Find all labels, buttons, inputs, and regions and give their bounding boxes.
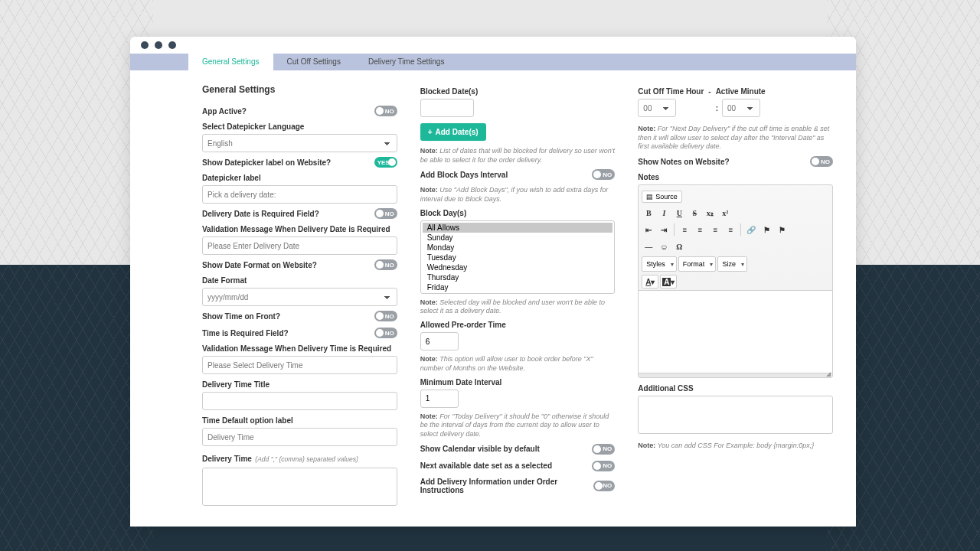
toggle-add-info[interactable]: NO [593, 481, 616, 491]
tab-bar: General Settings Cut Off Settings Delive… [130, 54, 856, 70]
size-dropdown[interactable]: Size [717, 256, 747, 272]
source-icon: ▤ [646, 193, 653, 201]
outdent-icon[interactable]: ⇤ [642, 223, 655, 236]
input-time-default[interactable] [202, 428, 397, 446]
editor-toolbar-4: Styles Format Size [639, 255, 832, 273]
tab-cutoff[interactable]: Cut Off Settings [273, 54, 354, 70]
titlebar [130, 37, 856, 54]
textarea-css[interactable] [638, 396, 833, 434]
note-add-interval: Note: Use "Add Block Days", if you wish … [420, 186, 616, 204]
indent-icon[interactable]: ⇥ [657, 223, 671, 236]
text-color-icon[interactable]: A▾ [642, 275, 658, 289]
list-item[interactable]: Sunday [423, 233, 613, 243]
toggle-show-time[interactable]: NO [374, 311, 397, 321]
input-val-date[interactable] [202, 236, 397, 255]
tab-delivery-time[interactable]: Delivery Time Settings [354, 54, 458, 70]
toggle-show-notes[interactable]: NO [810, 156, 833, 167]
label-cut-hour: Cut Off Time Hour [638, 87, 704, 96]
win-dot[interactable] [141, 41, 149, 49]
input-min-interval[interactable] [420, 390, 459, 408]
align-left-icon[interactable]: ≡ [678, 223, 691, 236]
label-dp-label: Datepicker label [202, 174, 397, 182]
note-blocked-dates: Note: List of dates that will be blocked… [420, 147, 616, 165]
input-dp-label[interactable] [202, 185, 397, 204]
list-item[interactable]: Tuesday [423, 253, 613, 262]
toggle-date-required[interactable]: NO [374, 208, 397, 219]
align-center-icon[interactable]: ≡ [693, 223, 707, 236]
label-time-title: Delivery Time Title [202, 380, 397, 389]
toggle-app-active[interactable]: NO [374, 106, 397, 116]
list-item[interactable]: Wednesday [423, 262, 613, 272]
label-show-fmt: Show Date Format on Website? [202, 261, 317, 269]
select-cut-hour[interactable]: 00 [638, 99, 676, 117]
underline-icon[interactable]: U [672, 206, 686, 220]
separator [674, 223, 675, 236]
toggle-show-fmt[interactable]: NO [374, 259, 397, 270]
col-right: Cut Off Time Hour 00 - Active Minute : 0… [638, 84, 833, 527]
flag-icon[interactable]: ⚑ [775, 223, 789, 236]
label-time-default: Time Default option label [202, 416, 397, 425]
toggle-next-selected[interactable]: NO [592, 461, 615, 471]
omega-icon[interactable]: Ω [672, 240, 686, 253]
list-item[interactable]: Monday [423, 243, 613, 253]
page-title: General Settings [202, 84, 397, 95]
label-block-days: Block Day(s) [420, 209, 616, 217]
win-dot[interactable] [155, 41, 162, 49]
smiley-icon[interactable]: ☺ [657, 240, 671, 253]
subscript-icon[interactable]: x₂ [703, 206, 717, 220]
tab-general[interactable]: General Settings [188, 54, 273, 70]
select-cut-min[interactable]: 00 [722, 99, 760, 117]
toggle-add-interval[interactable]: NO [592, 169, 615, 180]
list-item[interactable]: Friday [423, 282, 613, 292]
label-date-format: Date Format [202, 276, 397, 285]
dash: - [708, 87, 710, 99]
toggle-time-required[interactable]: NO [374, 328, 397, 338]
list-block-days[interactable]: All Allows Sunday Monday Tuesday Wednesd… [420, 220, 616, 294]
editor-toolbar-3: — ☺ Ω [639, 238, 832, 255]
list-item[interactable]: Saturday [423, 292, 613, 294]
separator [740, 223, 741, 236]
note-css: Note: You can add CSS For Example: body … [638, 442, 833, 451]
editor-resize-handle[interactable] [639, 373, 832, 377]
input-val-time[interactable] [202, 356, 397, 374]
input-preorder[interactable] [420, 332, 459, 350]
label-date-required: Delivery Date is Required Field? [202, 210, 319, 218]
select-language[interactable]: English [202, 134, 397, 152]
align-justify-icon[interactable]: ≡ [724, 223, 737, 236]
label-app-active: App Active? [202, 107, 247, 116]
list-item[interactable]: Thursday [423, 272, 613, 282]
colon: : [716, 104, 718, 112]
input-blocked-date[interactable] [420, 99, 474, 117]
bg-color-icon[interactable]: A▾ [660, 275, 677, 289]
textarea-delivery-time[interactable] [202, 468, 397, 506]
format-dropdown[interactable]: Format [678, 256, 717, 272]
select-date-format[interactable]: yyyy/mm/dd [202, 288, 397, 306]
strike-icon[interactable]: S [688, 206, 701, 220]
bold-icon[interactable]: B [642, 206, 655, 220]
label-next-selected: Next available date set as a selected [420, 461, 552, 470]
rich-text-editor: ▤ Source B I U S x₂ x² ⇤ ⇥ ≡ ≡ ≡ ≡ 🔗 ⚑ [638, 184, 833, 378]
toggle-show-dp-label[interactable]: YES [374, 157, 397, 168]
label-cal-visible: Show Calendar visible by default [420, 445, 540, 453]
col-left: General Settings App Active? NO Select D… [202, 84, 397, 527]
input-time-title[interactable] [202, 392, 397, 410]
italic-icon[interactable]: I [657, 206, 671, 220]
superscript-icon[interactable]: x² [718, 206, 732, 220]
link-icon[interactable]: 🔗 [744, 223, 758, 236]
label-delivery-time: Delivery Time [202, 455, 252, 463]
styles-dropdown[interactable]: Styles [642, 256, 677, 272]
note-min-interval: Note: For "Today Delivery" it should be … [420, 412, 616, 439]
toggle-cal-visible[interactable]: NO [592, 444, 615, 455]
label-min-interval: Minimum Date Interval [420, 378, 616, 386]
anchor-icon[interactable]: ⚑ [760, 223, 773, 236]
hr-icon[interactable]: — [642, 240, 655, 253]
add-dates-button[interactable]: +Add Date(s) [420, 123, 486, 141]
content: General Settings App Active? NO Select D… [130, 70, 856, 527]
label-val-time: Validation Message When Delivery Time is… [202, 344, 397, 353]
editor-toolbar: B I U S x₂ x² [639, 204, 832, 221]
source-button[interactable]: ▤ Source [642, 191, 682, 203]
list-item[interactable]: All Allows [423, 223, 613, 233]
editor-body[interactable] [639, 290, 832, 373]
win-dot[interactable] [168, 41, 176, 49]
align-right-icon[interactable]: ≡ [708, 223, 722, 236]
